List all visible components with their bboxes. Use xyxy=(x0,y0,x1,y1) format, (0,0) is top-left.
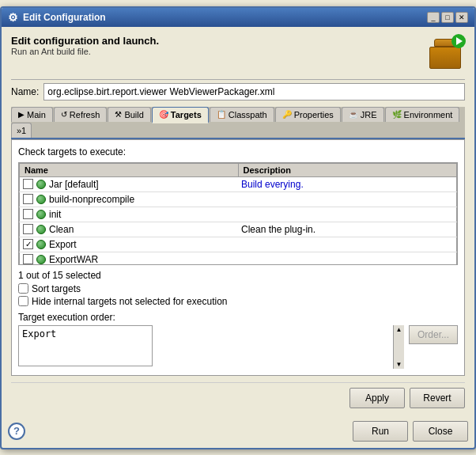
close-window-button[interactable]: ✕ xyxy=(455,12,468,23)
target-bullet-6 xyxy=(36,255,46,264)
order-button[interactable]: Order... xyxy=(409,325,458,344)
execution-order-label: Target execution order: xyxy=(18,312,458,323)
row-cell-name: ✓ Export xyxy=(20,237,239,252)
maximize-button[interactable]: □ xyxy=(441,12,454,23)
tab-build-label: Build xyxy=(124,110,143,119)
row-cell-desc: Clean the plug-in. xyxy=(238,222,457,237)
targets-table: Name Description Jar [default] xyxy=(19,163,457,264)
row-cell-desc xyxy=(238,191,457,207)
target-desc-1: Build everying. xyxy=(241,179,304,190)
check-targets-label: Check targets to execute: xyxy=(18,146,458,157)
tab-build[interactable]: ⚒ Build xyxy=(108,107,150,122)
tab-refresh[interactable]: ↺ Refresh xyxy=(54,107,108,122)
tab-environment[interactable]: 🌿 Environment xyxy=(385,107,460,122)
target-bullet-3 xyxy=(36,210,46,219)
header-text: Edit configuration and launch. Run an An… xyxy=(11,35,159,56)
target-checkbox-6[interactable] xyxy=(23,254,33,264)
execution-order-textarea[interactable]: Export xyxy=(18,325,153,366)
target-bullet-4 xyxy=(36,225,46,234)
window-body: Edit configuration and launch. Run an An… xyxy=(2,27,474,416)
jre-tab-icon: ☕ xyxy=(349,110,358,119)
table-row[interactable]: ExportWAR xyxy=(20,252,457,264)
sort-targets-label[interactable]: Sort targets xyxy=(32,283,81,294)
build-tab-icon: ⚒ xyxy=(115,110,122,119)
tab-targets-label: Targets xyxy=(171,110,202,119)
revert-button[interactable]: Revert xyxy=(410,388,465,408)
help-button[interactable]: ? xyxy=(8,423,25,440)
row-cell-desc: Build everying. xyxy=(238,176,457,191)
checkbox-cell: Clean xyxy=(23,224,235,235)
row-cell-name: build-nonprecompile xyxy=(20,191,239,207)
minimize-button[interactable]: _ xyxy=(427,12,440,23)
tab-properties[interactable]: 🔑 Properties xyxy=(275,107,341,122)
apply-button[interactable]: Apply xyxy=(349,388,405,408)
target-checkbox-5[interactable]: ✓ xyxy=(23,239,33,249)
close-button[interactable]: Close xyxy=(413,421,468,442)
hide-targets-label[interactable]: Hide internal targets not selected for e… xyxy=(32,296,227,307)
textarea-scrollbar: ▲ ▼ xyxy=(393,325,404,369)
row-cell-desc xyxy=(238,237,457,252)
textarea-scroll-up[interactable]: ▲ xyxy=(394,325,404,334)
target-name-3: init xyxy=(49,209,61,220)
table-row[interactable]: ✓ Export xyxy=(20,237,457,252)
properties-tab-icon: 🔑 xyxy=(282,110,292,119)
header-icon xyxy=(425,35,465,73)
table-row[interactable]: Jar [default] Build everying. xyxy=(20,176,457,191)
sort-targets-checkbox[interactable] xyxy=(18,283,28,294)
checkbox-cell: Jar [default] xyxy=(23,179,235,190)
toolbox-icon xyxy=(428,39,463,69)
window-icon: ⚙ xyxy=(8,11,18,24)
main-window: ⚙ Edit Configuration _ □ ✕ Edit configur… xyxy=(0,6,476,449)
title-bar-left: ⚙ Edit Configuration xyxy=(8,11,106,24)
checkbox-cell: ExportWAR xyxy=(23,254,235,264)
title-bar: ⚙ Edit Configuration _ □ ✕ xyxy=(2,8,474,27)
textarea-scroll-down[interactable]: ▼ xyxy=(394,360,404,369)
name-input[interactable] xyxy=(43,83,465,100)
target-checkbox-2[interactable] xyxy=(23,194,33,204)
tab-main[interactable]: ▶ Main xyxy=(11,107,53,122)
sort-targets-row: Sort targets xyxy=(18,283,458,294)
footer-row: ? Run Close xyxy=(2,416,474,448)
target-desc-4: Clean the plug-in. xyxy=(241,224,315,235)
table-row[interactable]: build-nonprecompile xyxy=(20,191,457,207)
tab-jre[interactable]: ☕ JRE xyxy=(342,107,384,122)
target-name-5: Export xyxy=(49,239,77,250)
play-triangle xyxy=(456,37,463,45)
target-name-4: Clean xyxy=(49,224,74,235)
tab-targets[interactable]: 🎯 Targets xyxy=(152,107,209,123)
target-name-1: Jar [default] xyxy=(49,179,99,190)
row-cell-name: Jar [default] xyxy=(20,176,239,191)
header-title: Edit configuration and launch. xyxy=(11,35,159,47)
window-title: Edit Configuration xyxy=(23,12,106,23)
targets-table-scroll[interactable]: Name Description Jar [default] xyxy=(19,163,457,264)
table-row[interactable]: init xyxy=(20,207,457,222)
checkbox-cell: build-nonprecompile xyxy=(23,194,235,205)
header-section: Edit configuration and launch. Run an An… xyxy=(11,35,465,73)
target-checkbox-1[interactable] xyxy=(23,179,33,189)
header-subtitle: Run an Ant build file. xyxy=(11,47,159,56)
run-button[interactable]: Run xyxy=(353,421,408,442)
classpath-tab-icon: 📋 xyxy=(217,110,226,119)
run-close-buttons: Run Close xyxy=(353,421,468,442)
checkbox-cell: init xyxy=(23,209,235,220)
row-cell-desc xyxy=(238,207,457,222)
hide-targets-checkbox[interactable] xyxy=(18,296,28,306)
row-cell-name: Clean xyxy=(20,222,239,237)
col-description-header: Description xyxy=(238,163,457,176)
title-bar-controls: _ □ ✕ xyxy=(427,12,468,23)
execution-order-row: Export ▲ ▼ Order... xyxy=(18,325,458,369)
tab-classpath[interactable]: 📋 Classpath xyxy=(210,107,274,122)
target-name-6: ExportWAR xyxy=(49,254,98,264)
toolbox-body xyxy=(429,47,461,69)
target-checkbox-4[interactable] xyxy=(23,224,33,234)
checkbox-cell: ✓ Export xyxy=(23,239,235,250)
header-divider xyxy=(11,79,465,80)
table-header-row: Name Description xyxy=(20,163,457,176)
name-label: Name: xyxy=(11,86,39,97)
apply-revert-buttons: Apply Revert xyxy=(11,382,465,408)
table-row[interactable]: Clean Clean the plug-in. xyxy=(20,222,457,237)
targets-table-body: Jar [default] Build everying. xyxy=(20,176,457,264)
tab-bar: ▶ Main ↺ Refresh ⚒ Build 🎯 Targets 📋 Cla… xyxy=(11,107,465,139)
target-checkbox-3[interactable] xyxy=(23,209,33,219)
tab-overflow[interactable]: »1 xyxy=(11,123,32,138)
